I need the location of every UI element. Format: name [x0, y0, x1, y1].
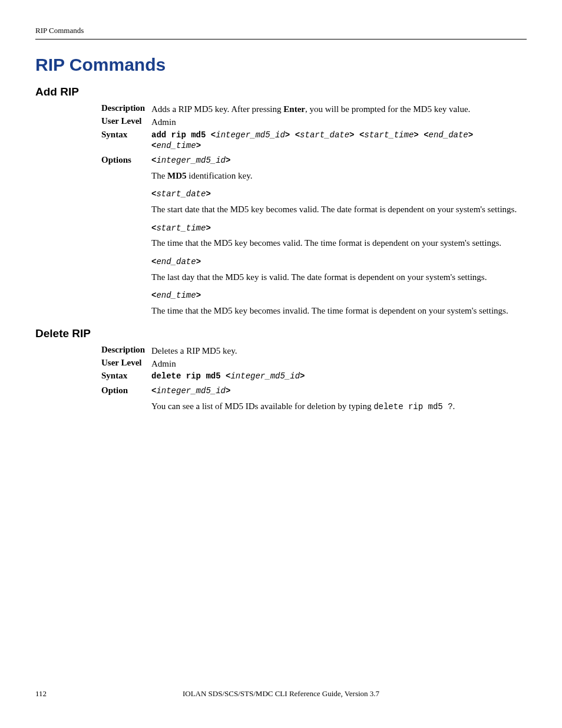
syntax-bracket: > — [468, 130, 473, 140]
syntax-label: Syntax — [101, 371, 151, 381]
param-bracket: > — [206, 189, 210, 199]
syntax-param-1: start_date — [300, 130, 349, 140]
syntax-bracket: > — [300, 371, 305, 381]
syntax-label: Syntax — [101, 130, 151, 140]
description-row: Description Adds a RIP MD5 key. After pr… — [101, 103, 527, 115]
userlevel-row: User Level Admin — [101, 116, 527, 128]
userlevel-label: User Level — [101, 116, 151, 126]
syntax-bracket: > — [414, 130, 418, 140]
syntax-row: Syntax add rip md5 <integer_md5_id> <sta… — [101, 130, 527, 152]
userlevel-row: User Level Admin — [101, 358, 527, 370]
param-bracket: > — [196, 291, 201, 300]
param-name: end_time — [156, 291, 196, 300]
description-row: Description Deletes a RIP MD5 key. — [101, 345, 527, 357]
delete-option-desc-post: . — [453, 401, 455, 411]
delete-option-param: <integer_md5_id> — [151, 386, 527, 397]
userlevel-value: Admin — [151, 116, 527, 128]
syntax-param-0: integer_md5_id — [230, 371, 300, 381]
delete-option-desc-mono: delete rip md5 ? — [373, 402, 452, 411]
option-2-param: <start_time> — [151, 223, 527, 234]
options-label: Options — [101, 155, 151, 165]
page-footer: 112 IOLAN SDS/SCS/STS/MDC CLI Reference … — [35, 689, 527, 699]
description-label: Description — [101, 103, 151, 113]
delete-option-desc-pre: You can see a list of MD5 IDs available … — [151, 401, 373, 411]
option-0-desc-pre: The — [151, 171, 167, 180]
page-title: RIP Commands — [35, 55, 527, 75]
syntax-bracket: < — [211, 130, 216, 140]
description-text-post: , you will be prompted for the MD5 key v… — [305, 104, 470, 114]
option-4-desc: The time that the MD5 key becomes invali… — [151, 305, 527, 317]
param-name: start_time — [156, 223, 206, 233]
param-bracket: > — [196, 257, 201, 266]
param-bracket: > — [226, 156, 230, 165]
syntax-param-0: integer_md5_id — [216, 130, 285, 140]
description-value: Adds a RIP MD5 key. After pressing Enter… — [151, 103, 527, 115]
option-1-desc: The start date that the MD5 key becomes … — [151, 203, 527, 215]
section-heading-add-rip: Add RIP — [35, 85, 527, 98]
syntax-bracket: > — [349, 130, 354, 140]
param-name: integer_md5_id — [156, 156, 226, 165]
description-value: Deletes a RIP MD5 key. — [151, 345, 527, 357]
option-label: Option — [101, 386, 151, 396]
add-rip-block: Description Adds a RIP MD5 key. After pr… — [101, 103, 527, 317]
description-text-bold: Enter — [283, 104, 305, 114]
option-0-param: <integer_md5_id> — [151, 155, 527, 166]
footer-title: IOLAN SDS/SCS/STS/MDC CLI Reference Guid… — [183, 689, 379, 699]
option-0-desc: The MD5 identification key. — [151, 170, 527, 182]
userlevel-value: Admin — [151, 358, 527, 370]
param-name: start_date — [156, 189, 206, 199]
syntax-value: delete rip md5 <integer_md5_id> — [151, 371, 527, 382]
option-2-desc: The time that the MD5 key becomes valid.… — [151, 237, 527, 249]
userlevel-label: User Level — [101, 358, 151, 368]
param-name: end_date — [156, 257, 196, 266]
options-row: Options <integer_md5_id> — [101, 155, 527, 166]
syntax-param-4: end_time — [156, 141, 196, 150]
option-3-param: <end_date> — [151, 256, 527, 268]
syntax-param-2: start_time — [364, 130, 414, 140]
option-1-param: <start_date> — [151, 189, 527, 200]
param-name: integer_md5_id — [156, 386, 226, 396]
description-label: Description — [101, 345, 151, 355]
syntax-cmd: add rip md5 — [151, 130, 206, 140]
syntax-row: Syntax delete rip md5 <integer_md5_id> — [101, 371, 527, 382]
syntax-cmd: delete rip md5 — [151, 371, 221, 381]
syntax-bracket: < — [424, 130, 428, 140]
option-row: Option <integer_md5_id> — [101, 386, 527, 397]
delete-option-desc: You can see a list of MD5 IDs available … — [151, 400, 527, 413]
option-3-desc: The last day that the MD5 key is valid. … — [151, 271, 527, 283]
syntax-bracket: > — [196, 141, 201, 150]
section-heading-delete-rip: Delete RIP — [35, 327, 527, 340]
syntax-value: add rip md5 <integer_md5_id> <start_date… — [151, 130, 527, 152]
running-header: RIP Commands — [35, 26, 527, 39]
syntax-param-3: end_date — [429, 130, 468, 140]
param-bracket: > — [226, 386, 230, 396]
syntax-bracket: < — [295, 130, 300, 140]
page-number: 112 — [35, 689, 47, 699]
description-text-pre: Adds a RIP MD5 key. After pressing — [151, 104, 283, 114]
delete-rip-block: Description Deletes a RIP MD5 key. User … — [101, 345, 527, 413]
option-4-param: <end_time> — [151, 290, 527, 301]
param-bracket: > — [206, 223, 210, 233]
option-0-desc-bold: MD5 — [167, 171, 187, 180]
syntax-bracket: > — [285, 130, 290, 140]
option-0-desc-post: identification key. — [187, 171, 253, 180]
